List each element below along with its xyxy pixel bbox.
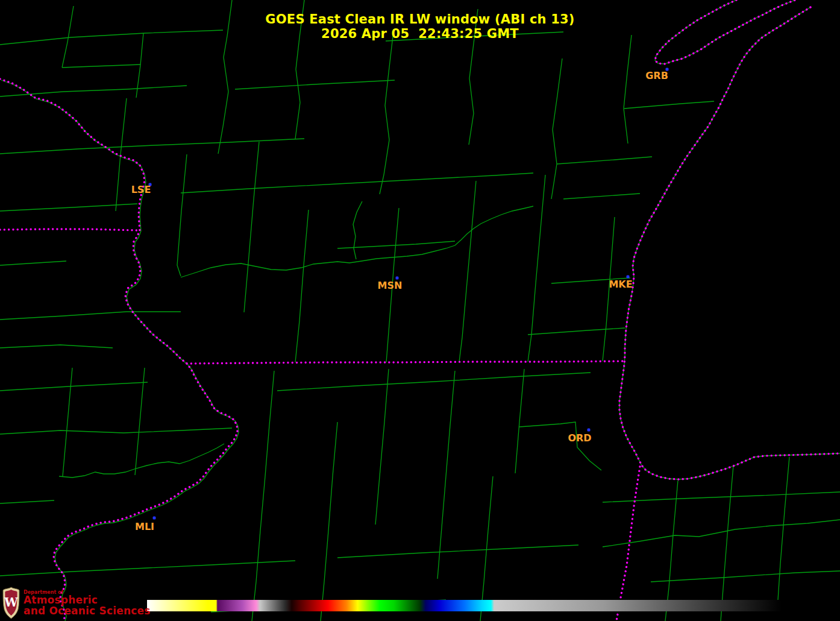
county-boundary-line	[515, 369, 524, 473]
image-title: GOES East Clean IR LW window (ABI ch 13)	[265, 12, 574, 27]
county-boundary-line	[603, 492, 840, 502]
station-label-ord: ORD	[568, 432, 591, 444]
county-boundary-line	[252, 371, 274, 621]
uw-crest-icon: W	[2, 587, 20, 619]
station-label-mke: MKE	[609, 279, 632, 290]
station-label-grb: GRB	[645, 70, 668, 81]
county-boundary-line	[777, 457, 789, 609]
station-dot-mli	[153, 517, 156, 520]
station-label-lse: LSE	[131, 184, 151, 195]
logo-line-2: and Oceanic Sciences	[24, 606, 151, 617]
county-boundary-line	[321, 422, 337, 621]
mn-ia-border	[0, 229, 137, 230]
county-boundary-line	[135, 368, 145, 475]
county-boundary-line	[0, 345, 113, 348]
station-label-mli: MLI	[135, 521, 154, 532]
county-boundary-line	[557, 157, 652, 164]
county-boundary-line	[459, 181, 476, 362]
county-boundary-line	[0, 428, 232, 434]
county-boundary-line	[0, 561, 295, 576]
county-boundary-line	[0, 312, 181, 320]
county-boundary-line	[337, 545, 578, 558]
county-boundary-line	[528, 328, 625, 335]
county-boundary-line	[218, 0, 232, 154]
county-boundary-line	[181, 173, 533, 193]
county-boundary-line	[62, 65, 140, 68]
il-in-border	[616, 467, 640, 621]
county-boundary-line	[563, 194, 640, 199]
county-boundary-line	[0, 86, 187, 96]
county-boundary-line	[0, 204, 137, 211]
county-boundary-line	[380, 36, 393, 194]
county-boundary-line	[277, 373, 591, 391]
county-boundary-line	[551, 58, 562, 199]
county-boundary-line	[721, 466, 733, 621]
station-dot-msn	[396, 277, 399, 280]
county-boundary-line	[177, 154, 187, 276]
county-boundary-line	[59, 444, 224, 478]
county-boundary-line	[244, 142, 259, 312]
station-dot-mke	[627, 276, 630, 279]
county-boundary-line	[480, 476, 493, 621]
county-boundary-line	[437, 371, 455, 579]
uw-aos-logo: W Department of Atmospheric and Oceanic …	[2, 587, 151, 619]
goes-satellite-viewer: GRBLSEMSNMKEORDMLI GOES East Clean IR LW…	[0, 0, 840, 621]
county-boundary-line	[651, 571, 840, 582]
county-boundary-line	[375, 369, 389, 525]
satellite-map: GRBLSEMSNMKEORDMLI	[0, 0, 840, 621]
county-boundary-line	[181, 206, 533, 277]
county-boundary-line	[0, 30, 223, 45]
station-label-msn: MSN	[378, 280, 403, 291]
svg-text:W: W	[4, 595, 18, 610]
county-boundary-line	[353, 201, 362, 259]
county-boundary-line	[0, 261, 66, 265]
county-boundary-line	[0, 500, 54, 503]
county-boundary-line	[235, 80, 395, 89]
county-boundary-line	[624, 35, 632, 143]
mississippi-river	[0, 79, 237, 620]
county-boundary-line	[624, 101, 714, 109]
county-boundary-line	[62, 6, 74, 68]
county-boundary-line	[295, 210, 309, 362]
station-dot-ord	[588, 429, 591, 432]
county-boundary-line	[0, 382, 148, 391]
county-boundary-line	[603, 520, 840, 547]
county-boundary-line	[63, 368, 72, 476]
image-timestamp: 2026 Apr 05 22:43:25 GMT	[321, 27, 519, 41]
wi-il-border	[187, 361, 625, 364]
ir-temperature-colorbar	[147, 600, 782, 611]
